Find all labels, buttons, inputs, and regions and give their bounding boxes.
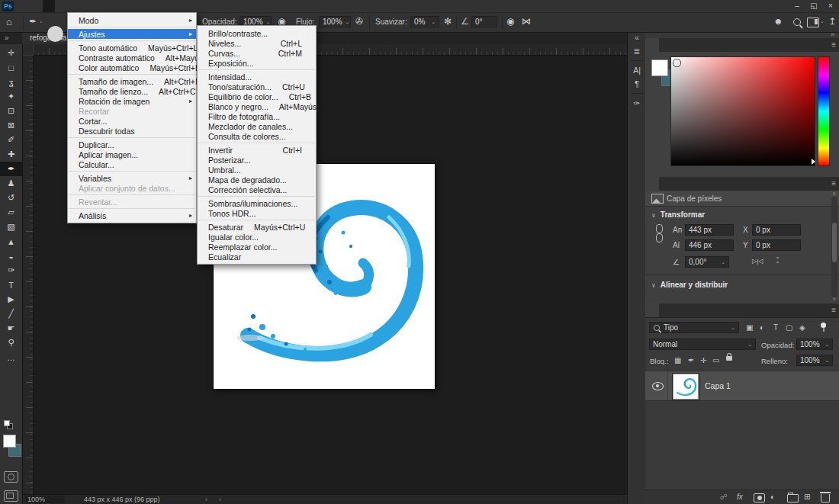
chevron-down-icon[interactable]: ⌄ (39, 18, 43, 24)
lock-artboard-icon[interactable]: ▭ (712, 356, 719, 364)
smoothing-field[interactable]: 0%⌄ (410, 16, 439, 27)
x-field[interactable]: 0 px (752, 224, 801, 236)
chevron-down-icon[interactable]: ∨ (651, 212, 656, 219)
chevron-down-icon[interactable]: ∨ (651, 282, 656, 289)
constrain-link-icon[interactable] (656, 224, 663, 242)
new-layer-icon[interactable]: ⊞ (804, 493, 810, 501)
minimize-icon[interactable]: – (789, 0, 805, 12)
filter-pixel-layers-icon[interactable]: ▣ (746, 323, 753, 332)
search-icon[interactable] (793, 18, 801, 26)
menu-item-duplicar[interactable]: Duplicar... (68, 140, 196, 149)
submenu-item-intensidad[interactable]: Intensidad... (198, 72, 316, 82)
new-group-icon[interactable] (787, 494, 799, 502)
path-selection-tool[interactable]: ▶ (0, 292, 22, 307)
submenu-item-consulta-de-colores[interactable]: Consulta de colores... (198, 131, 316, 141)
blur-tool[interactable]: ▲ (0, 234, 22, 249)
object-selection-tool[interactable]: ✦ (0, 89, 22, 104)
panel-menu-icon[interactable]: ≡ (831, 303, 836, 317)
submenu-item-exposicion[interactable]: Exposición... (198, 58, 316, 68)
screen-mode-icon[interactable] (4, 490, 18, 502)
menubar-item-seleccion[interactable] (79, 0, 92, 12)
rotation-field[interactable]: 0,00°⌄ (685, 256, 729, 268)
menubar-item-ventana[interactable] (128, 0, 140, 12)
width-field[interactable]: 443 px (685, 224, 734, 236)
tab-canales[interactable] (659, 303, 673, 317)
align-section-header[interactable]: ∨Alinear y distribuir (651, 281, 728, 289)
filter-toggle-icon[interactable] (821, 323, 826, 328)
layer-visibility-eye-icon[interactable] (652, 382, 664, 390)
blend-mode-dropdown[interactable]: Normal⌄ (649, 339, 756, 350)
line-tool[interactable]: ╱ (0, 307, 22, 321)
eyedropper-tool[interactable]: ✐ (0, 133, 22, 147)
zoom-tool[interactable]: ⚲ (0, 335, 22, 350)
menu-item-ajustes[interactable]: Ajustes (68, 29, 196, 39)
menubar-item-vista[interactable] (116, 0, 128, 12)
dodge-tool[interactable]: ◒ (0, 249, 22, 263)
chevron-down-icon[interactable]: ⌄ (428, 19, 436, 25)
gradient-tool[interactable]: ▧ (0, 220, 22, 234)
submenu-item-posterizar[interactable]: Posterizar... (198, 155, 316, 165)
tab-muestras[interactable] (659, 38, 673, 52)
tab-capas[interactable] (645, 303, 659, 317)
properties-scrollbar[interactable] (831, 197, 837, 297)
menu-item-analisis[interactable]: Análisis (68, 210, 196, 220)
menubar-item-3d[interactable] (104, 0, 116, 12)
edit-toolbar-icon[interactable]: … (0, 350, 22, 364)
adjustments-panel-icon[interactable]: ≣ (628, 44, 646, 58)
menu-item-color-automatico[interactable]: Color automático Mayús+Ctrl+B (68, 63, 196, 72)
submenu-item-mezclador-de-canales[interactable]: Mezclador de canales... (198, 121, 316, 131)
menu-item-recortar[interactable]: Recortar (68, 106, 196, 116)
hue-slider[interactable] (818, 56, 830, 166)
tab-degradados[interactable] (673, 38, 686, 52)
new-adjustment-layer-icon[interactable]: ◐ (770, 493, 775, 501)
frame-tool[interactable]: ⊠ (0, 118, 22, 133)
chevron-down-icon[interactable]: ⌄ (821, 358, 829, 364)
pen-tool[interactable]: ✑ (0, 263, 22, 278)
marquee-tool[interactable]: □ (0, 60, 22, 75)
submenu-item-correccion-selectiva[interactable]: Corrección selectiva... (198, 185, 316, 194)
tab-ajustes[interactable] (659, 177, 673, 191)
airbrush-icon[interactable]: ✇ (355, 16, 363, 27)
submenu-item-equilibrio-de-color[interactable]: Equilibrio de color... Ctrl+B (198, 91, 316, 101)
submenu-item-ecualizar[interactable]: Ecualizar (198, 252, 316, 262)
menubar-item-ayuda[interactable] (140, 0, 153, 12)
menu-item-modo[interactable]: Modo (68, 15, 196, 25)
tab-color[interactable] (645, 38, 659, 52)
tab-motivos[interactable] (686, 38, 700, 52)
chevron-down-icon[interactable]: ⌄ (342, 19, 350, 25)
submenu-item-tono-saturacion[interactable]: Tono/saturación... Ctrl+U (198, 82, 316, 91)
submenu-item-reemplazar-color[interactable]: Reemplazar color... (198, 242, 316, 252)
home-icon[interactable]: ⌂ (6, 16, 12, 27)
close-icon[interactable]: × (822, 0, 839, 12)
submenu-item-igualar-color[interactable]: Igualar color... (198, 232, 316, 242)
status-arrow-icon[interactable]: › (205, 495, 207, 504)
collapse-panels-icon[interactable]: « (628, 32, 646, 44)
tablet-pressure-size-icon[interactable]: ◉ (506, 16, 514, 27)
submenu-item-invertir[interactable]: Invertir Ctrl+I (198, 145, 316, 155)
paint-symmetry-icon[interactable]: ⋈ (522, 16, 531, 27)
scroll-left-icon[interactable]: ‹ (219, 495, 221, 504)
brush-tool[interactable]: ✒ (0, 162, 22, 176)
crop-tool[interactable]: ⊡ (0, 104, 22, 118)
menu-item-rotacion-de-imagen[interactable]: Rotación de imagen (68, 96, 196, 106)
scroll-up-icon[interactable]: ∧ (832, 191, 836, 197)
menu-item-calcular[interactable]: Calcular... (68, 159, 196, 169)
chevron-down-icon[interactable]: ⌄ (728, 325, 735, 331)
link-layers-icon[interactable]: ☍ (720, 493, 728, 501)
brush-tool-indicator-icon[interactable]: ✒ (29, 16, 37, 27)
history-brush-tool[interactable]: ↺ (0, 191, 22, 205)
flip-horizontal-icon[interactable]: ▷|◁ (752, 258, 763, 265)
tab-bibliotecas[interactable] (673, 177, 686, 191)
lasso-tool[interactable]: ʓ (0, 75, 22, 89)
layer-name[interactable]: Capa 1 (705, 381, 731, 390)
lock-position-icon[interactable]: ✛ (700, 356, 706, 364)
filter-type-layers-icon[interactable]: T (773, 323, 778, 332)
hand-tool[interactable]: ☛ (0, 321, 22, 335)
foreground-color-swatch[interactable] (3, 435, 16, 448)
menu-item-variables[interactable]: Variables (68, 173, 196, 183)
filter-smart-objects-icon[interactable]: ◈ (799, 323, 805, 332)
tab-overflow-icon[interactable]: » (5, 32, 9, 44)
chevron-down-icon[interactable]: ⌄ (744, 342, 752, 348)
transform-section-header[interactable]: ∨Transformar (651, 210, 705, 219)
submenu-item-umbral[interactable]: Umbral... (198, 165, 316, 175)
